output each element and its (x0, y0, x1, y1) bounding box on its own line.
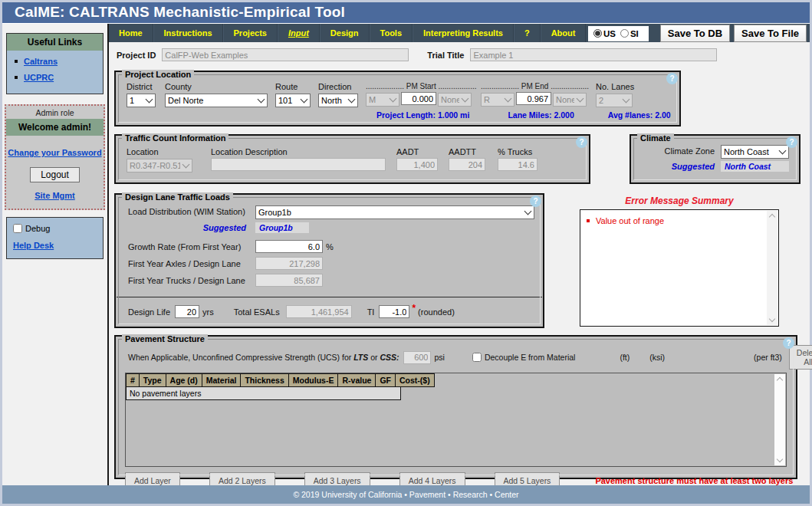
units-si-option[interactable]: SI (620, 29, 639, 38)
pct-trucks-input (498, 158, 537, 171)
pm-end-odometer-select: None (553, 93, 587, 107)
scroll-down-icon[interactable] (769, 316, 775, 322)
direction-select[interactable]: North (318, 94, 358, 107)
pm-start-prefix-wrap: M (366, 92, 399, 106)
help-icon[interactable]: ? (783, 337, 794, 349)
ucs-row: When Applicable, Unconfined Compressive … (128, 345, 796, 370)
lanes-field: No. Lanes 2 (596, 82, 634, 107)
nav-tools[interactable]: Tools (370, 24, 413, 43)
layer-scrollbar[interactable] (774, 374, 785, 465)
nav-projects[interactable]: Projects (223, 24, 278, 43)
pm-start-input[interactable] (401, 92, 436, 105)
nav-about[interactable]: About (541, 24, 587, 43)
unit-ft-label: (ft) (620, 353, 630, 362)
design-life-unit: yrs (202, 307, 214, 317)
design-life-label: Design Life (128, 307, 170, 317)
help-icon[interactable]: ? (576, 136, 587, 148)
design-life-input[interactable] (175, 305, 199, 318)
axles-input (255, 257, 323, 270)
scroll-up-icon[interactable] (769, 214, 775, 220)
project-id-label: Project ID (117, 51, 156, 60)
col-material: Material (202, 374, 241, 387)
traffic-location-select: R0.347-R0.510 (127, 159, 192, 172)
useful-links-panel: Useful Links Caltrans UCPRC (6, 33, 104, 94)
help-icon[interactable]: ? (666, 73, 678, 84)
change-password-link[interactable]: Change your Password (8, 148, 101, 157)
growth-rate-input[interactable] (255, 240, 323, 253)
table-header-row: # Type Age (d) Material Thickness Modulu… (127, 374, 435, 387)
ucprc-link[interactable]: UCPRC (24, 73, 54, 82)
pm-start-prefix-select: M (366, 93, 399, 107)
site-mgmt-link[interactable]: Site Mgmt (35, 191, 75, 200)
col-cost: Cost-($) (396, 374, 435, 387)
pm-end-field: .................. PM End ..............… (481, 82, 588, 107)
decouple-checkbox[interactable] (472, 353, 482, 362)
nav-interpreting-results[interactable]: Interpreting Results (413, 24, 514, 43)
section-title: Design Lane Traffic Loads (122, 192, 233, 202)
project-length-value: Project Length: 1.000 mi (376, 110, 469, 120)
useful-links-title: Useful Links (7, 34, 103, 51)
ti-note: (rounded) (418, 307, 455, 317)
error-scrollbar[interactable] (767, 211, 777, 325)
county-select[interactable]: Del Norte (165, 94, 268, 107)
col-thickness: Thickness (241, 374, 288, 387)
units-us-option[interactable]: US (593, 29, 616, 38)
ti-label: TI (367, 307, 375, 317)
pm-end-input[interactable] (516, 92, 551, 105)
col-gf: GF (376, 374, 396, 387)
sidebar: Useful Links Caltrans UCPRC Admin role W… (2, 24, 109, 485)
climate-zone-row: Climate Zone North Coast (631, 144, 799, 158)
delete-all-button[interactable]: Delete All (789, 345, 812, 370)
help-icon[interactable]: ? (530, 196, 541, 207)
caltrans-link[interactable]: Caltrans (24, 57, 58, 66)
district-select[interactable]: 1 (127, 94, 156, 107)
units-toggle: US SI (588, 26, 649, 41)
debug-label: Debug (25, 224, 50, 233)
ti-input[interactable] (379, 305, 409, 318)
help-icon[interactable]: ? (786, 136, 797, 148)
nav-input[interactable]: Input (278, 24, 320, 43)
direction-label: Direction (318, 82, 358, 91)
col-number: # (127, 374, 140, 387)
scroll-up-icon[interactable] (777, 377, 783, 383)
route-select[interactable]: 101 (275, 94, 311, 107)
wim-suggested-value: Group1b (255, 222, 309, 233)
error-summary-box: Value out of range (580, 209, 779, 327)
col-type: Type (139, 374, 166, 387)
useful-links-list: Caltrans UCPRC (7, 51, 103, 94)
pm-start-field: .................. PM Start ............… (366, 82, 473, 107)
logout-button[interactable]: Logout (30, 167, 80, 182)
climate-zone-select[interactable]: North Coast (721, 145, 789, 159)
pct-trucks-field: % Trucks (498, 147, 537, 172)
debug-checkbox[interactable] (13, 224, 22, 233)
nav-design[interactable]: Design (320, 24, 370, 43)
pm-end-prefix-wrap: R (481, 92, 514, 106)
section-title: Project Location (122, 70, 194, 80)
help-desk-link[interactable]: Help Desk (13, 241, 54, 250)
debug-option[interactable]: Debug (13, 224, 97, 233)
district-field: District 1 (127, 82, 157, 107)
nav-instructions[interactable]: Instructions (153, 24, 223, 43)
col-modulus: Modulus-E (288, 374, 338, 387)
nav-help[interactable]: ? (514, 24, 541, 43)
bullet-icon (15, 60, 18, 63)
first-year-axles-row: First Year Axles / Design Lane (128, 257, 543, 270)
nav-home[interactable]: Home (109, 24, 153, 43)
wim-select[interactable]: Group1b (255, 205, 534, 219)
units-us-radio[interactable] (593, 29, 602, 38)
route-label: Route (275, 82, 311, 91)
traffic-description-label: Location Description (211, 147, 386, 156)
bullet-icon (587, 219, 590, 222)
total-esals-label: Total ESALs (234, 307, 280, 317)
save-to-file-button[interactable]: Save To File (734, 25, 807, 42)
traffic-location-wrap: R0.347-R0.510 (127, 158, 192, 172)
unit-ksi-label: (ksi) (649, 353, 665, 362)
design-life-row: Design Life yrs Total ESALs TI * (rounde… (128, 305, 543, 318)
nav-right-controls: US SI Save To DB Save To File (588, 25, 810, 42)
location-computed-row: Project Length: 1.000 mi Lane Miles: 2.0… (376, 110, 679, 120)
units-si-radio[interactable] (620, 29, 629, 38)
scroll-down-icon[interactable] (777, 456, 783, 462)
save-to-db-button[interactable]: Save To DB (660, 25, 730, 42)
wim-suggested-label: Suggested (128, 223, 255, 232)
decouple-option[interactable]: Decouple E from Material (472, 353, 575, 362)
